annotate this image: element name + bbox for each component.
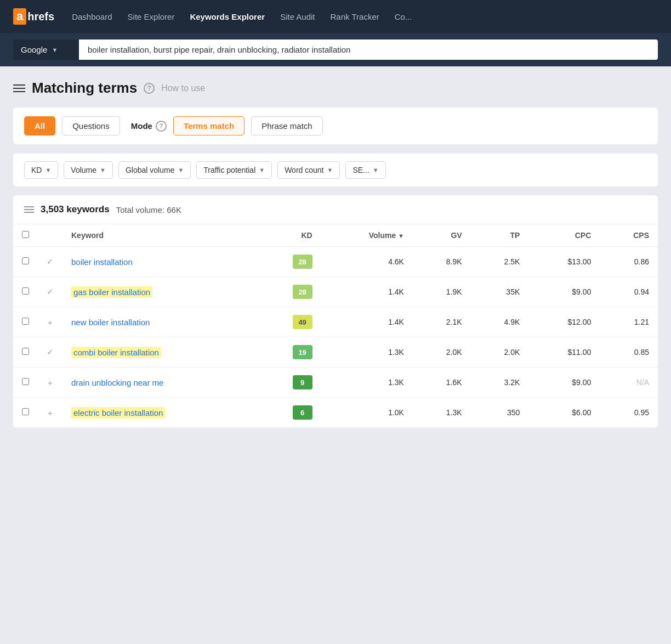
- row-checkbox-cell: [13, 277, 38, 307]
- select-all-checkbox[interactable]: [22, 231, 29, 238]
- row-cpc: $11.00: [528, 337, 600, 368]
- nav-keywords-explorer[interactable]: Keywords Explorer: [190, 12, 265, 21]
- row-tp: 3.2K: [471, 368, 529, 398]
- search-engine-select[interactable]: Google ▼: [13, 39, 79, 60]
- keyword-link[interactable]: electric boiler installation: [71, 407, 165, 419]
- row-keyword[interactable]: new boiler installation: [62, 307, 256, 337]
- row-action-icon[interactable]: +: [38, 398, 62, 428]
- col-cpc[interactable]: CPC: [528, 224, 600, 247]
- row-gv: 2.1K: [413, 307, 471, 337]
- kd-badge: 28: [293, 285, 312, 299]
- keyword-link[interactable]: drain unblocking near me: [71, 378, 163, 387]
- tab-all[interactable]: All: [24, 116, 55, 135]
- kd-filter[interactable]: KD ▼: [24, 161, 58, 179]
- row-checkbox[interactable]: [22, 287, 29, 295]
- row-tp: 2.5K: [471, 247, 529, 277]
- row-action-icon[interactable]: ✓: [38, 277, 62, 307]
- keyword-link[interactable]: new boiler installation: [71, 318, 150, 327]
- row-keyword[interactable]: boiler installation: [62, 247, 256, 277]
- col-keyword[interactable]: Keyword: [62, 224, 256, 247]
- tab-phrase-match[interactable]: Phrase match: [251, 116, 323, 135]
- nav-site-audit[interactable]: Site Audit: [280, 12, 315, 21]
- row-action-icon[interactable]: ✓: [38, 337, 62, 368]
- table-row: + electric boiler installation 6 1.0K 1.…: [13, 398, 658, 428]
- row-keyword[interactable]: combi boiler installation: [62, 337, 256, 368]
- nav-rank-tracker[interactable]: Rank Tracker: [331, 12, 379, 21]
- row-checkbox[interactable]: [22, 378, 29, 385]
- col-cps[interactable]: CPS: [600, 224, 658, 247]
- row-cpc: $9.00: [528, 368, 600, 398]
- chevron-down-icon: ▼: [259, 167, 265, 173]
- col-tp[interactable]: TP: [471, 224, 529, 247]
- nav-more[interactable]: Co...: [395, 12, 412, 21]
- traffic-potential-filter[interactable]: Traffic potential ▼: [196, 161, 272, 179]
- keyword-link[interactable]: gas boiler installation: [71, 286, 152, 298]
- logo-text: hrefs: [27, 10, 54, 23]
- row-kd: 28: [256, 277, 321, 307]
- table-row: ✓ gas boiler installation 28 1.4K 1.9K 3…: [13, 277, 658, 307]
- row-gv: 1.9K: [413, 277, 471, 307]
- row-cps: 0.86: [600, 247, 658, 277]
- se-filter[interactable]: SE... ▼: [345, 161, 385, 179]
- page-header: Matching terms ? How to use: [13, 80, 658, 97]
- chevron-down-icon: ▼: [373, 167, 379, 173]
- row-keyword[interactable]: electric boiler installation: [62, 398, 256, 428]
- col-action: [38, 224, 62, 247]
- row-checkbox-cell: [13, 368, 38, 398]
- col-volume[interactable]: Volume ▼: [321, 224, 413, 247]
- logo[interactable]: a hrefs: [13, 8, 54, 25]
- chevron-down-icon: ▼: [327, 167, 333, 173]
- row-checkbox[interactable]: [22, 348, 29, 355]
- logo-icon: a: [13, 8, 26, 25]
- row-gv: 8.9K: [413, 247, 471, 277]
- row-gv: 1.3K: [413, 398, 471, 428]
- help-icon[interactable]: ?: [144, 83, 155, 94]
- row-action-icon[interactable]: +: [38, 368, 62, 398]
- kd-badge: 28: [293, 255, 312, 269]
- nav-site-explorer[interactable]: Site Explorer: [128, 12, 175, 21]
- row-keyword[interactable]: drain unblocking near me: [62, 368, 256, 398]
- row-volume: 1.4K: [321, 277, 413, 307]
- row-checkbox[interactable]: [22, 318, 29, 325]
- row-checkbox-cell: [13, 307, 38, 337]
- chevron-down-icon: ▼: [52, 47, 58, 53]
- row-checkbox[interactable]: [22, 408, 29, 415]
- tab-terms-match[interactable]: Terms match: [173, 116, 244, 135]
- how-to-use-link[interactable]: How to use: [161, 83, 205, 93]
- keyword-link[interactable]: combi boiler installation: [71, 347, 161, 358]
- global-volume-filter[interactable]: Global volume ▼: [118, 161, 191, 179]
- row-action-icon[interactable]: ✓: [38, 247, 62, 277]
- hamburger-icon[interactable]: [13, 84, 25, 92]
- search-input[interactable]: [79, 39, 658, 60]
- col-gv[interactable]: GV: [413, 224, 471, 247]
- chevron-down-icon: ▼: [45, 167, 51, 173]
- table-row: + drain unblocking near me 9 1.3K 1.6K 3…: [13, 368, 658, 398]
- row-action-icon[interactable]: +: [38, 307, 62, 337]
- mode-label: Mode ?: [131, 121, 167, 132]
- mode-help-icon[interactable]: ?: [156, 121, 167, 132]
- search-engine-label: Google: [21, 45, 47, 54]
- chevron-down-icon: ▼: [100, 167, 106, 173]
- table-hamburger-icon[interactable]: [24, 206, 34, 213]
- row-checkbox[interactable]: [22, 257, 29, 264]
- row-cps: 0.85: [600, 337, 658, 368]
- row-cpc: $9.00: [528, 277, 600, 307]
- kd-badge: 19: [293, 345, 312, 359]
- keyword-link[interactable]: boiler installation: [71, 257, 133, 267]
- row-kd: 19: [256, 337, 321, 368]
- select-all-header: [13, 224, 38, 247]
- results-count: 3,503 keywords: [41, 204, 110, 215]
- row-keyword[interactable]: gas boiler installation: [62, 277, 256, 307]
- row-checkbox-cell: [13, 337, 38, 368]
- col-kd[interactable]: KD: [256, 224, 321, 247]
- row-volume: 1.3K: [321, 368, 413, 398]
- word-count-filter[interactable]: Word count ▼: [277, 161, 340, 179]
- row-gv: 1.6K: [413, 368, 471, 398]
- volume-filter[interactable]: Volume ▼: [64, 161, 113, 179]
- row-volume: 1.3K: [321, 337, 413, 368]
- kd-badge: 49: [293, 315, 312, 329]
- row-tp: 350: [471, 398, 529, 428]
- nav-dashboard[interactable]: Dashboard: [72, 12, 112, 21]
- tab-questions[interactable]: Questions: [62, 116, 120, 135]
- table-row: + new boiler installation 49 1.4K 2.1K 4…: [13, 307, 658, 337]
